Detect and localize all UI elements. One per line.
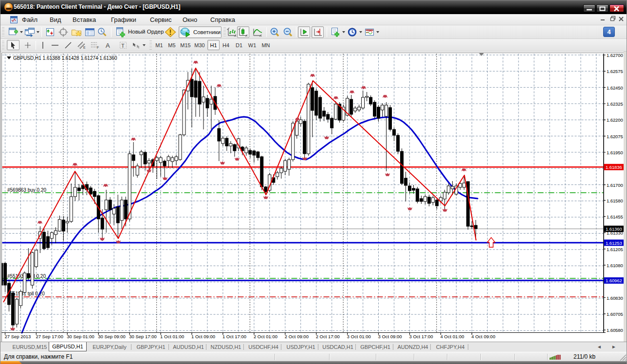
svg-text:1.60962: 1.60962	[606, 278, 622, 283]
svg-text:1.62450: 1.62450	[607, 85, 623, 91]
svg-text:1.60705: 1.60705	[607, 311, 623, 317]
svg-text:1.62075: 1.62075	[607, 134, 623, 139]
svg-text:1.61253: 1.61253	[606, 240, 622, 246]
svg-text:1.60830: 1.60830	[607, 295, 623, 301]
svg-text:4 Oct 09:00: 4 Oct 09:00	[471, 334, 495, 339]
svg-text:1.61080: 1.61080	[607, 263, 623, 268]
svg-text:3 Oct 01:00: 3 Oct 01:00	[347, 334, 371, 339]
svg-text:1.61700: 1.61700	[607, 182, 623, 188]
svg-text:F: F	[97, 46, 99, 49]
svg-text:1.62575: 1.62575	[607, 69, 623, 74]
svg-text:1 Oct 09:00: 1 Oct 09:00	[191, 334, 215, 339]
svg-text:GBPUSD,H1 1.61388 1.61428 1.6: GBPUSD,H1 1.61388 1.61428 1.61274 1.6136…	[13, 55, 117, 61]
svg-text:A: A	[106, 42, 110, 49]
svg-text:1.62700: 1.62700	[607, 53, 623, 58]
svg-text:T: T	[121, 43, 125, 49]
svg-text:#569863 buy 0.20: #569863 buy 0.20	[7, 187, 47, 193]
svg-text:1 Oct 17:00: 1 Oct 17:00	[222, 334, 246, 339]
svg-text:4 Oct 01:00: 4 Oct 01:00	[440, 334, 464, 339]
svg-text:3 Oct 09:00: 3 Oct 09:00	[378, 334, 402, 339]
svg-text:3 Oct 17:00: 3 Oct 17:00	[409, 334, 433, 339]
svg-text:2 Oct 01:00: 2 Oct 01:00	[254, 334, 277, 339]
svg-text:1 Oct 01:00: 1 Oct 01:00	[160, 334, 184, 339]
svg-text:1.61360: 1.61360	[606, 226, 622, 232]
svg-text:1.60580: 1.60580	[607, 328, 623, 333]
svg-text:30 Sep 09:00: 30 Sep 09:00	[98, 334, 126, 339]
svg-text:2 Oct 17:00: 2 Oct 17:00	[316, 334, 340, 339]
svg-text:27 Sep 2013: 27 Sep 2013	[5, 334, 31, 339]
svg-text:1.61455: 1.61455	[607, 214, 623, 219]
svg-text:1.61950: 1.61950	[607, 150, 623, 155]
svg-text:1.61580: 1.61580	[607, 198, 623, 203]
svg-text:E: E	[83, 46, 86, 49]
svg-text:30 Sep 17:00: 30 Sep 17:00	[129, 334, 157, 339]
svg-text:27 Sep 17:00: 27 Sep 17:00	[36, 334, 63, 339]
svg-text:2 Oct 09:00: 2 Oct 09:00	[285, 334, 309, 339]
svg-text:30 Sep 01:00: 30 Sep 01:00	[67, 334, 94, 339]
svg-text:1.61836: 1.61836	[606, 164, 622, 170]
svg-text:1.62200: 1.62200	[607, 117, 623, 123]
svg-text:1.62325: 1.62325	[607, 101, 623, 107]
svg-text:1.61205: 1.61205	[607, 247, 623, 252]
